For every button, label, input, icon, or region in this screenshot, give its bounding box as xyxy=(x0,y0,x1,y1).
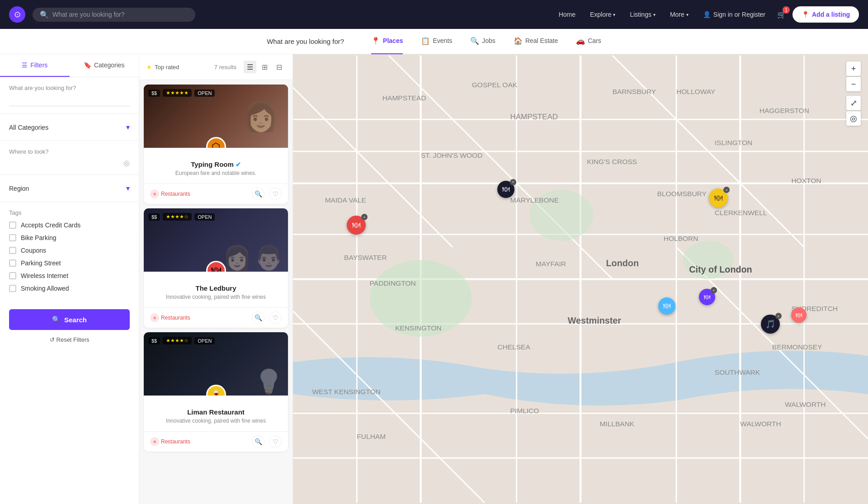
svg-text:PIMLICO: PIMLICO xyxy=(510,407,539,415)
chevron-down-icon: ▾ xyxy=(126,184,130,193)
map-pin[interactable]: 🍽 × xyxy=(709,188,728,207)
nav-listings[interactable]: Listings ▾ xyxy=(624,7,660,22)
listing-category: ✕ Restaurants xyxy=(150,189,190,198)
pin-close-icon[interactable]: × xyxy=(711,287,717,293)
stars-badge: ★★★★☆ xyxy=(163,337,192,344)
zoom-in-button[interactable]: + xyxy=(846,61,861,76)
search-action-button[interactable]: 🔍 xyxy=(252,435,264,448)
top-rated-button[interactable]: ★ Top rated xyxy=(146,64,179,71)
add-listing-button[interactable]: 📍 Add a listing xyxy=(793,6,859,23)
listing-badges: $$ ★★★★☆ OPEN xyxy=(148,337,215,344)
tab-places[interactable]: 📍 Places xyxy=(371,28,403,55)
map-pin[interactable]: 🎵 × xyxy=(761,315,780,334)
tag-label: Wireless Internet xyxy=(21,272,68,279)
tag-checkbox[interactable] xyxy=(9,234,16,241)
tag-bike-parking[interactable]: Bike Parking xyxy=(9,234,130,241)
map-pin[interactable]: 🍽 × xyxy=(347,216,366,235)
tab-jobs[interactable]: 🔍 Jobs xyxy=(470,28,495,55)
favorite-action-button[interactable]: ♡ xyxy=(269,188,282,200)
sidebar-tab-categories[interactable]: 🔖 Categories xyxy=(70,54,139,77)
category-select[interactable]: All Categories ▾ xyxy=(9,121,130,133)
tag-checkbox[interactable] xyxy=(9,221,16,229)
map-pin[interactable]: 🍽 xyxy=(658,297,675,315)
nav-explore[interactable]: Explore ▾ xyxy=(585,7,621,22)
svg-text:BARNSBURY: BARNSBURY xyxy=(613,88,656,95)
tag-checkbox[interactable] xyxy=(9,272,16,279)
listing-name: The Ledbury xyxy=(150,284,282,292)
listing-info: Liman Restaurant Innovative cooking, pai… xyxy=(144,396,288,429)
chevron-down-icon: ▾ xyxy=(126,123,130,132)
tab-cars[interactable]: 🚗 Cars xyxy=(576,28,601,55)
favorite-action-button[interactable]: ♡ xyxy=(269,311,282,324)
tag-parking-street[interactable]: Parking Street xyxy=(9,259,130,267)
main-content: ☰ Filters 🔖 Categories What are you look… xyxy=(0,54,868,504)
listing-description: Innovative cooking, paired with fine win… xyxy=(150,418,282,424)
sign-in-link[interactable]: 👤 Sign in or Register xyxy=(698,7,771,22)
cart-badge: 1 xyxy=(783,6,790,14)
listing-name: Typing Room ✔ xyxy=(150,160,282,168)
location-icon[interactable]: ◎ xyxy=(123,159,130,167)
global-search-input[interactable] xyxy=(52,11,188,18)
reset-filters-link[interactable]: ↺ Reset Filters xyxy=(0,334,139,350)
svg-text:London: London xyxy=(606,258,639,268)
global-search-bar[interactable]: 🔍 xyxy=(33,8,195,22)
pin-close-icon[interactable]: × xyxy=(361,214,368,220)
svg-text:WALWORTH: WALWORTH xyxy=(785,400,826,408)
where-section: Where to look? ◎ xyxy=(0,141,139,175)
open-badge: OPEN xyxy=(194,213,215,221)
grid-view-button[interactable]: ⊞ xyxy=(258,61,271,73)
favorite-action-button[interactable]: ♡ xyxy=(269,435,282,448)
compact-view-button[interactable]: ⊟ xyxy=(273,61,285,73)
reset-icon: ↺ xyxy=(50,336,55,343)
search-icon: 🔍 xyxy=(40,10,49,19)
tag-checkbox[interactable] xyxy=(9,285,16,292)
user-icon: 👤 xyxy=(703,11,711,18)
region-label: Region xyxy=(9,185,29,192)
pin-close-icon[interactable]: × xyxy=(775,313,782,319)
svg-text:BAYSWATER: BAYSWATER xyxy=(344,254,387,261)
listing-category: ✕ Restaurants xyxy=(150,437,190,446)
search-filter-label: What are you looking for? xyxy=(9,85,130,91)
map-pin[interactable]: 🍽 × xyxy=(699,289,715,305)
map-container[interactable]: MAIDA VALE BAYSWATER ST. JOHN'S WOOD HAM… xyxy=(293,54,868,504)
map-pin[interactable]: 🍽 xyxy=(791,307,807,323)
tag-smoking-allowed[interactable]: Smoking Allowed xyxy=(9,285,130,292)
listing-badges: $$ ★★★★☆ OPEN xyxy=(148,213,215,221)
cart-button[interactable]: 🛒 1 xyxy=(774,7,789,22)
search-button[interactable]: 🔍 Search xyxy=(9,309,130,330)
zoom-out-button[interactable]: − xyxy=(846,77,861,91)
logo-icon[interactable]: ⊙ xyxy=(9,6,25,23)
svg-text:HOXTON: HOXTON xyxy=(791,177,821,185)
map-pin[interactable]: 🍽 × xyxy=(497,181,514,198)
fullscreen-button[interactable]: ⤢ xyxy=(846,96,861,110)
search-filter-input[interactable] xyxy=(9,95,130,106)
price-badge: $$ xyxy=(148,337,160,344)
nav-home[interactable]: Home xyxy=(553,7,581,22)
places-icon: 📍 xyxy=(371,37,380,45)
list-view-button[interactable]: ☰ xyxy=(244,61,256,73)
tag-coupons[interactable]: Coupons xyxy=(9,247,130,254)
search-action-button[interactable]: 🔍 xyxy=(252,188,264,200)
pin-close-icon[interactable]: × xyxy=(723,187,730,193)
search-action-button[interactable]: 🔍 xyxy=(252,311,264,324)
tag-checkbox[interactable] xyxy=(9,247,16,254)
listing-card: 👩 $$ ★★★★★ OPEN ⬡ Typing Room ✔ European… xyxy=(144,85,288,204)
listing-actions: 🔍 ♡ xyxy=(252,188,282,200)
nav-more[interactable]: More ▾ xyxy=(665,7,694,22)
tag-accepts-credit-cards[interactable]: Accepts Credit Cards xyxy=(9,221,130,229)
svg-text:ST. JOHN'S WOOD: ST. JOHN'S WOOD xyxy=(421,151,483,159)
where-row: ◎ xyxy=(9,159,130,167)
tag-checkbox[interactable] xyxy=(9,259,16,267)
where-input[interactable] xyxy=(9,160,123,167)
filter-icon: ☰ xyxy=(22,61,28,69)
tab-events[interactable]: 📋 Events xyxy=(421,28,452,55)
tag-wireless-internet[interactable]: Wireless Internet xyxy=(9,272,130,279)
tab-real-estate[interactable]: 🏠 Real Estate xyxy=(514,28,558,55)
locate-button[interactable]: ◎ xyxy=(846,111,861,126)
price-badge: $$ xyxy=(148,89,160,97)
pin-close-icon[interactable]: × xyxy=(510,179,516,185)
listing-card: 👩 👨 $$ ★★★★☆ OPEN 🍽 The Ledbury Innovat xyxy=(144,208,288,328)
sidebar-tab-filters[interactable]: ☰ Filters xyxy=(0,54,70,77)
region-select[interactable]: Region ▾ xyxy=(9,182,130,194)
svg-text:MAIDA VALE: MAIDA VALE xyxy=(325,196,366,204)
